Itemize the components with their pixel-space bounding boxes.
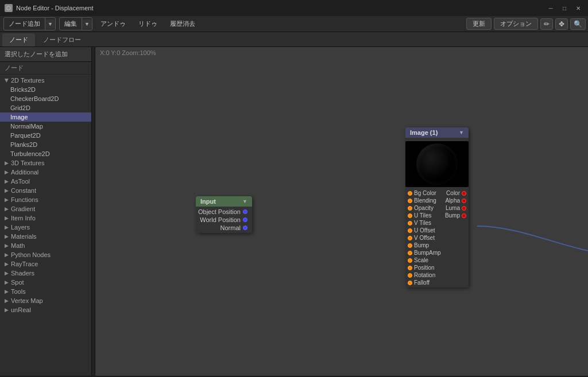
input-node-dropdown[interactable]: ▼ — [242, 199, 247, 204]
world-position-port[interactable] — [243, 217, 247, 222]
scale-port[interactable] — [408, 258, 412, 263]
position-port[interactable] — [408, 266, 412, 270]
section-constant[interactable]: ▶ Constant — [0, 186, 91, 195]
item-checkerboard2d[interactable]: CheckerBoard2D — [0, 94, 91, 103]
item-planks2d[interactable]: Planks2D — [0, 140, 91, 149]
label-raytrace: RayTrace — [11, 261, 38, 267]
falloff-port[interactable] — [408, 281, 412, 285]
options-button[interactable]: オプション — [494, 18, 538, 30]
input-port-world-position[interactable]: World Position — [196, 216, 252, 224]
item-bricks2d[interactable]: Bricks2D — [0, 85, 91, 94]
redo-menu[interactable]: リドゥ — [133, 18, 163, 30]
maximize-button[interactable]: □ — [559, 3, 570, 13]
rotation-port[interactable] — [408, 273, 412, 278]
voffset-label: V Offset — [414, 235, 435, 241]
row-bumpamp[interactable]: BumpAmp — [405, 249, 469, 256]
section-materials[interactable]: ▶ Materials — [0, 232, 91, 241]
normal-port[interactable] — [243, 226, 247, 230]
blending-label: Blending — [414, 197, 436, 204]
close-button[interactable]: ✕ — [573, 3, 583, 13]
move-icon[interactable]: ✥ — [555, 18, 568, 30]
row-position[interactable]: Position — [405, 264, 469, 271]
section-spot[interactable]: ▶ Spot — [0, 278, 91, 287]
arrow-raytrace: ▶ — [5, 261, 9, 267]
canvas-area[interactable]: X:0 Y:0 Zoom:100% Input ▼ Object Positio… — [95, 47, 588, 376]
io-row-blending[interactable]: Blending Alpha — [405, 197, 469, 204]
label-vertex-map: Vertex Map — [11, 297, 43, 304]
tab-nodeflow[interactable]: ノードフロー — [36, 33, 88, 46]
add-node-arrow[interactable]: ▼ — [45, 20, 55, 29]
search-icon[interactable]: 🔍 — [570, 18, 586, 30]
bump-port[interactable] — [408, 243, 412, 248]
pencil-icon[interactable]: ✏ — [540, 18, 553, 30]
image-node[interactable]: Image (1) ▼ Bg Color Color — [405, 127, 469, 287]
section-gradient[interactable]: ▶ Gradient — [0, 204, 91, 213]
edit-arrow[interactable]: ▼ — [82, 20, 92, 29]
blending-in-port[interactable] — [408, 199, 412, 203]
item-normalmap[interactable]: NormalMap — [0, 122, 91, 131]
bumpamp-port[interactable] — [408, 251, 412, 255]
io-row-utiles[interactable]: U Tiles Bump — [405, 212, 469, 219]
section-vertex-map[interactable]: ▶ Vertex Map — [0, 296, 91, 305]
input-node[interactable]: Input ▼ Object Position World Position N… — [196, 196, 252, 233]
voffset-port[interactable] — [408, 236, 412, 240]
toolbar-right: 更新 オプション ✏ ✥ 🔍 — [466, 18, 586, 30]
row-falloff[interactable]: Falloff — [405, 279, 469, 286]
section-layers[interactable]: ▶ Layers — [0, 223, 91, 232]
section-astool[interactable]: ▶ AsTool — [0, 177, 91, 186]
color-out-port[interactable] — [462, 191, 466, 196]
item-image[interactable]: Image — [0, 112, 91, 122]
section-math[interactable]: ▶ Math — [0, 241, 91, 250]
section-shaders[interactable]: ▶ Shaders — [0, 269, 91, 278]
row-vtiles[interactable]: V Tiles — [405, 219, 469, 227]
uoffset-port[interactable] — [408, 228, 412, 233]
label-shaders: Shaders — [11, 270, 34, 277]
utiles-in-port[interactable] — [408, 213, 412, 218]
image-node-dropdown[interactable]: ▼ — [459, 130, 464, 135]
row-scale[interactable]: Scale — [405, 256, 469, 264]
scale-label: Scale — [414, 257, 428, 263]
history-clear-menu[interactable]: 履歴消去 — [164, 18, 201, 30]
section-unreal[interactable]: ▶ unReal — [0, 305, 91, 314]
row-voffset[interactable]: V Offset — [405, 234, 469, 242]
item-turbulence2d[interactable]: Turbulence2D — [0, 149, 91, 158]
input-port-object-position[interactable]: Object Position — [196, 208, 252, 216]
add-node-menu[interactable]: ノード追加 ▼ — [3, 17, 56, 30]
object-position-port[interactable] — [243, 209, 247, 214]
luma-out-port[interactable] — [462, 206, 466, 211]
minimize-button[interactable]: ─ — [546, 3, 556, 13]
edit-menu[interactable]: 編集 ▼ — [59, 17, 92, 30]
canvas-coords: X:0 Y:0 Zoom:100% — [100, 49, 156, 56]
vtiles-port[interactable] — [408, 221, 412, 226]
alpha-out-port[interactable] — [462, 199, 466, 203]
section-raytrace[interactable]: ▶ RayTrace — [0, 259, 91, 269]
image-node-header[interactable]: Image (1) ▼ — [405, 127, 469, 138]
section-functions[interactable]: ▶ Functions — [0, 195, 91, 204]
arrow-vertex-map: ▶ — [5, 298, 9, 304]
bump-out-port[interactable] — [462, 213, 466, 218]
update-button[interactable]: 更新 — [466, 18, 492, 30]
edit-label[interactable]: 編集 — [60, 18, 82, 30]
tab-node[interactable]: ノード — [2, 33, 35, 46]
opacity-in-port[interactable] — [408, 206, 412, 211]
section-3d-textures[interactable]: ▶ 3D Textures — [0, 158, 91, 168]
undo-menu[interactable]: アンドゥ — [95, 18, 131, 30]
input-port-normal[interactable]: Normal — [196, 224, 252, 232]
row-bump[interactable]: Bump — [405, 242, 469, 249]
section-2d-textures[interactable]: ▶ 2D Textures — [0, 76, 91, 85]
section-additional[interactable]: ▶ Additional — [0, 168, 91, 177]
item-parquet2d[interactable]: Parquet2D — [0, 131, 91, 140]
section-python-nodes[interactable]: ▶ Python Nodes — [0, 250, 91, 259]
bgcolor-in-port[interactable] — [408, 191, 412, 196]
item-grid2d[interactable]: Grid2D — [0, 103, 91, 112]
section-tools[interactable]: ▶ Tools — [0, 287, 91, 296]
section-item-info[interactable]: ▶ Item Info — [0, 213, 91, 223]
io-row-opacity[interactable]: Opacity Luma — [405, 204, 469, 212]
add-selected-node-header[interactable]: 選択したノードを追加 — [0, 47, 91, 62]
row-uoffset[interactable]: U Offset — [405, 227, 469, 234]
row-rotation[interactable]: Rotation — [405, 271, 469, 279]
io-row-bgcolor[interactable]: Bg Color Color — [405, 189, 469, 197]
add-node-label[interactable]: ノード追加 — [4, 18, 45, 30]
input-node-header[interactable]: Input ▼ — [196, 196, 252, 207]
arrow-additional: ▶ — [5, 169, 9, 175]
